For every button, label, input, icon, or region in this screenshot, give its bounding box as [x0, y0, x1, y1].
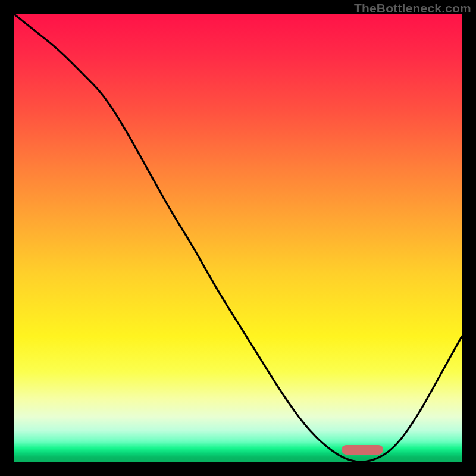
attribution-label: TheBottleneck.com	[354, 1, 471, 15]
optimal-range-bar	[342, 445, 384, 455]
plot-area	[14, 14, 462, 462]
chart-frame: TheBottleneck.com	[0, 0, 476, 476]
bottleneck-curve	[14, 14, 462, 462]
